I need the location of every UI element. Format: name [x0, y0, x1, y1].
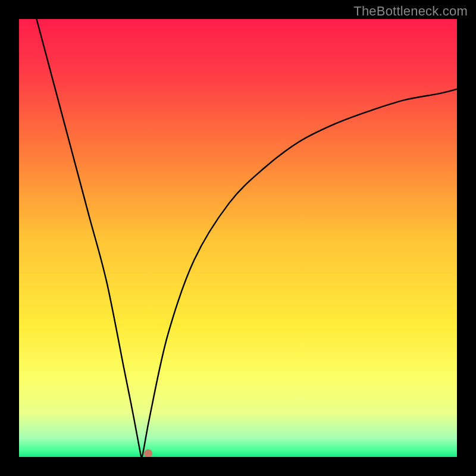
gradient-background: [19, 19, 457, 457]
bottleneck-chart: [19, 19, 457, 457]
chart-plot-area: [19, 19, 457, 457]
watermark-text: TheBottleneck.com: [353, 4, 468, 19]
